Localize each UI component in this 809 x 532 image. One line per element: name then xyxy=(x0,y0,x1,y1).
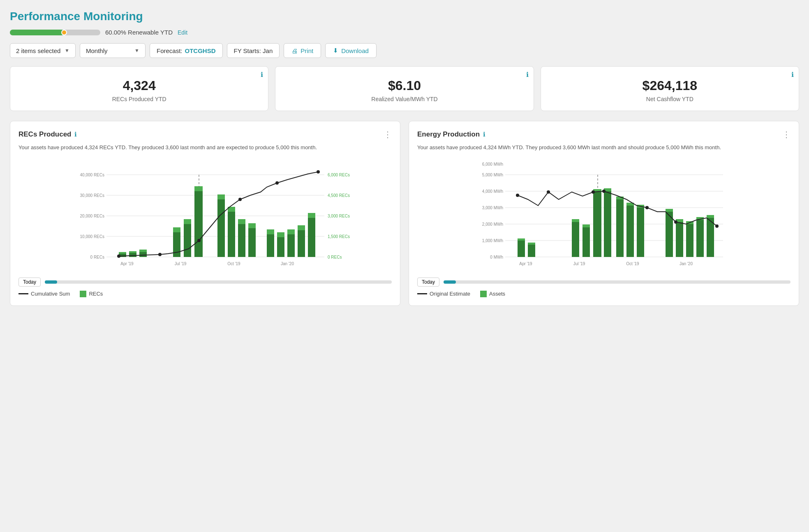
svg-point-108 xyxy=(715,224,719,228)
recs-chart-footer: Today xyxy=(18,278,392,287)
energy-menu-icon[interactable]: ⋮ xyxy=(782,130,791,139)
stat-value-cashflow: $264,118 xyxy=(549,78,791,93)
filters-row: 2 items selected ▼ Monthly ▼ Forecast: O… xyxy=(10,43,799,58)
recs-chart-svg: 0 RECs 10,000 RECs 20,000 RECs 30,000 RE… xyxy=(18,158,392,273)
print-icon: 🖨 xyxy=(291,47,298,54)
legend-original-estimate: Original Estimate xyxy=(417,291,470,297)
svg-text:10,000 RECs: 10,000 RECs xyxy=(80,234,104,239)
renewable-bar-row: 60.00% Renewable YTD Edit xyxy=(10,29,799,36)
svg-point-51 xyxy=(158,253,162,256)
svg-rect-22 xyxy=(129,253,136,257)
svg-rect-43 xyxy=(277,232,284,237)
fy-starts-filter[interactable]: FY Starts: Jan xyxy=(227,43,280,58)
recs-slider-thumb xyxy=(45,280,57,284)
svg-rect-27 xyxy=(173,227,180,232)
energy-chart-area: 0 MWh 1,000 MWh 2,000 MWh 3,000 MWh 4,00… xyxy=(417,158,791,273)
svg-rect-21 xyxy=(119,252,126,254)
energy-legend: Original Estimate Assets xyxy=(417,291,791,297)
svg-rect-31 xyxy=(194,186,203,191)
svg-rect-76 xyxy=(528,245,535,257)
svg-rect-48 xyxy=(308,218,315,257)
svg-point-50 xyxy=(117,254,120,258)
energy-slider-track[interactable] xyxy=(444,280,791,284)
recs-info-icon[interactable]: ℹ xyxy=(74,131,77,138)
stat-value-recs: 4,324 xyxy=(18,78,260,93)
svg-text:3,000 MWh: 3,000 MWh xyxy=(482,206,503,210)
forecast-value: OTCGHSD xyxy=(185,47,216,54)
energy-today-button[interactable]: Today xyxy=(417,278,439,287)
svg-rect-75 xyxy=(518,238,525,241)
svg-rect-101 xyxy=(707,215,714,218)
svg-rect-28 xyxy=(184,224,191,257)
svg-rect-33 xyxy=(217,194,225,199)
svg-text:1,000 MWh: 1,000 MWh xyxy=(482,238,503,243)
svg-point-105 xyxy=(602,190,606,193)
download-icon: ⬇ xyxy=(333,47,338,54)
forecast-filter[interactable]: Forecast: OTCGHSD xyxy=(150,43,223,58)
period-dropdown[interactable]: Monthly ▼ xyxy=(80,43,146,58)
svg-text:Apr '19: Apr '19 xyxy=(120,261,134,266)
svg-rect-88 xyxy=(626,206,634,257)
svg-text:4,000 MWh: 4,000 MWh xyxy=(482,189,503,194)
items-selected-dropdown[interactable]: 2 items selected ▼ xyxy=(10,43,76,58)
svg-text:0 MWh: 0 MWh xyxy=(490,255,503,259)
svg-rect-98 xyxy=(696,220,704,257)
energy-chart-description: Your assets have produced 4,324 MWh YTD.… xyxy=(417,143,791,152)
svg-rect-74 xyxy=(518,241,525,257)
svg-rect-38 xyxy=(248,228,256,257)
svg-rect-100 xyxy=(707,218,714,257)
svg-text:40,000 RECs: 40,000 RECs xyxy=(80,173,104,177)
svg-text:5,000 MWh: 5,000 MWh xyxy=(482,173,503,177)
svg-point-54 xyxy=(275,181,279,185)
edit-link[interactable]: Edit xyxy=(178,29,187,36)
recs-today-button[interactable]: Today xyxy=(18,278,41,287)
legend-cumulative-label: Cumulative Sum xyxy=(31,291,70,297)
energy-chart-title: Energy Production xyxy=(417,130,480,139)
download-label: Download xyxy=(341,47,369,54)
renewable-percentage: 60.00% Renewable YTD xyxy=(105,29,173,36)
recs-chart-header: RECs Produced ℹ ⋮ xyxy=(18,130,392,139)
legend-original-label: Original Estimate xyxy=(430,291,470,297)
energy-chart-header: Energy Production ℹ ⋮ xyxy=(417,130,791,139)
recs-chart-title: RECs Produced xyxy=(18,130,71,139)
svg-rect-47 xyxy=(298,225,305,230)
energy-info-icon[interactable]: ℹ xyxy=(483,131,485,138)
chevron-down-icon: ▼ xyxy=(65,48,69,53)
svg-rect-93 xyxy=(666,209,673,212)
svg-text:2,000 MWh: 2,000 MWh xyxy=(482,222,503,227)
fy-label: FY Starts: Jan xyxy=(234,47,273,54)
legend-bar-icon xyxy=(480,291,487,297)
recs-chart-description: Your assets have produced 4,324 RECs YTD… xyxy=(18,143,392,152)
print-button[interactable]: 🖨 Print xyxy=(284,43,321,58)
svg-rect-44 xyxy=(287,234,295,257)
svg-rect-30 xyxy=(194,191,203,257)
energy-slider-thumb xyxy=(444,280,456,284)
svg-rect-29 xyxy=(184,219,191,224)
svg-rect-40 xyxy=(267,234,274,257)
svg-text:Oct '19: Oct '19 xyxy=(626,261,639,266)
info-icon[interactable]: ℹ xyxy=(261,71,263,79)
svg-rect-46 xyxy=(298,230,305,257)
svg-rect-37 xyxy=(238,219,245,224)
svg-point-106 xyxy=(645,206,649,209)
stat-card-recs: ℹ 4,324 RECs Produced YTD xyxy=(10,66,268,111)
svg-rect-80 xyxy=(582,227,590,257)
info-icon[interactable]: ℹ xyxy=(526,71,529,79)
svg-rect-96 xyxy=(686,224,693,257)
recs-slider-track[interactable] xyxy=(45,280,392,284)
recs-chart-area: 0 RECs 10,000 RECs 20,000 RECs 30,000 RE… xyxy=(18,158,392,273)
svg-point-102 xyxy=(516,194,519,197)
svg-rect-90 xyxy=(637,208,644,257)
svg-point-53 xyxy=(238,198,242,201)
renewable-progress-dot xyxy=(61,30,67,35)
legend-assets: Assets xyxy=(480,291,505,297)
download-button[interactable]: ⬇ Download xyxy=(325,43,377,58)
recs-menu-icon[interactable]: ⋮ xyxy=(384,130,392,139)
info-icon[interactable]: ℹ xyxy=(791,71,794,79)
stat-label-mwh: Realized Value/MWh YTD xyxy=(284,96,525,102)
svg-rect-42 xyxy=(277,237,284,257)
legend-recs-label: RECs xyxy=(89,291,103,297)
stat-card-cashflow: ℹ $264,118 Net Cashflow YTD xyxy=(541,66,799,111)
svg-text:3,000 RECs: 3,000 RECs xyxy=(328,214,350,218)
svg-rect-23 xyxy=(129,251,136,253)
